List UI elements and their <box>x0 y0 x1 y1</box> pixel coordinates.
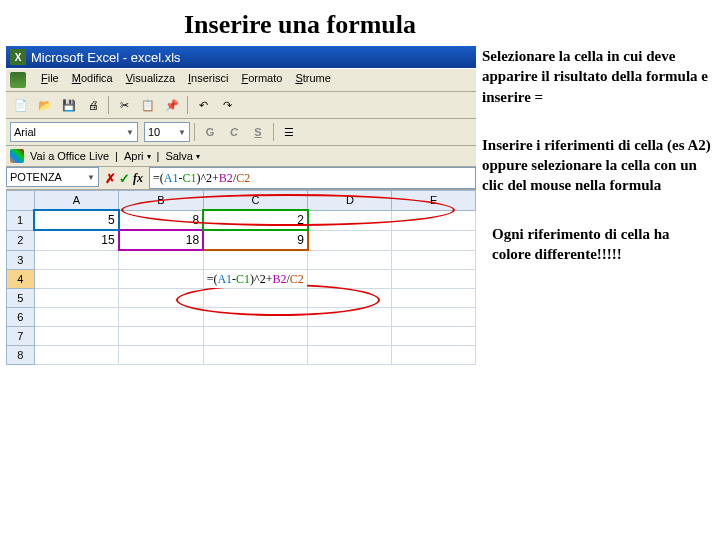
row-header[interactable]: 2 <box>7 230 35 250</box>
copy-icon[interactable]: 📋 <box>137 94 159 116</box>
menu-formato[interactable]: Formato <box>241 72 282 88</box>
cell[interactable] <box>203 327 308 346</box>
cell[interactable] <box>392 250 476 270</box>
new-icon[interactable]: 📄 <box>10 94 32 116</box>
menu-visualizza[interactable]: Visualizza <box>126 72 175 88</box>
cell[interactable] <box>34 289 118 308</box>
row-header[interactable]: 7 <box>7 327 35 346</box>
cell[interactable] <box>34 250 118 270</box>
font-name-dropdown[interactable]: Arial▼ <box>10 122 138 142</box>
cell[interactable] <box>119 308 203 327</box>
cell[interactable] <box>119 327 203 346</box>
redo-icon[interactable]: ↷ <box>216 94 238 116</box>
note-3: Ogni riferimento di cella ha colore diff… <box>482 224 712 265</box>
cell[interactable] <box>308 346 392 365</box>
cut-icon[interactable]: ✂ <box>113 94 135 116</box>
menu-file[interactable]: File <box>41 72 59 88</box>
cell-a1[interactable]: 5 <box>34 210 118 230</box>
menu-bar[interactable]: File Modifica Visualizza Inserisci Forma… <box>6 68 476 92</box>
cell[interactable] <box>392 327 476 346</box>
bold-button[interactable]: G <box>199 121 221 143</box>
menu-inserisci[interactable]: Inserisci <box>188 72 228 88</box>
menu-strumenti[interactable]: Strume <box>295 72 330 88</box>
row-header[interactable]: 6 <box>7 308 35 327</box>
window-title-text: Microsoft Excel - excel.xls <box>31 50 181 65</box>
office-live-toolbar[interactable]: Vai a Office Live | Apri ▾ | Salva ▾ <box>6 146 476 167</box>
italic-button[interactable]: C <box>223 121 245 143</box>
cell[interactable] <box>119 270 203 289</box>
office-live-icon <box>10 149 24 163</box>
enter-icon[interactable]: ✓ <box>119 171 130 186</box>
underline-button[interactable]: S <box>247 121 269 143</box>
annotation-ellipse-formula <box>121 194 455 226</box>
row-header[interactable]: 3 <box>7 250 35 270</box>
row-header[interactable]: 8 <box>7 346 35 365</box>
name-box-value: POTENZA <box>10 171 62 183</box>
cell[interactable] <box>392 346 476 365</box>
print-icon[interactable]: 🖨 <box>82 94 104 116</box>
row-header[interactable]: 5 <box>7 289 35 308</box>
cell[interactable] <box>119 346 203 365</box>
cell-c2[interactable]: 9 <box>203 230 308 250</box>
office-goto-link[interactable]: Vai a Office Live <box>30 150 109 162</box>
chevron-down-icon: ▾ <box>196 152 200 161</box>
cell[interactable] <box>392 289 476 308</box>
annotation-ellipse-cell <box>176 284 380 316</box>
formula-bar[interactable]: =(A1-C1)^2+B2/C2 <box>149 167 476 189</box>
undo-icon[interactable]: ↶ <box>192 94 214 116</box>
cell[interactable] <box>203 346 308 365</box>
cell[interactable] <box>119 250 203 270</box>
cell-c4-active[interactable]: =(A1-C1)^2+B2/C2 <box>203 270 308 289</box>
note-1: Selezionare la cella in cui deve apparir… <box>482 46 712 107</box>
save-icon[interactable]: 💾 <box>58 94 80 116</box>
formula-buttons: ✗ ✓ fx <box>99 167 149 189</box>
open-icon[interactable]: 📂 <box>34 94 56 116</box>
excel-window: X Microsoft Excel - excel.xls File Modif… <box>6 46 476 365</box>
cell[interactable] <box>392 270 476 289</box>
office-save-link[interactable]: Salva ▾ <box>165 150 200 162</box>
paste-icon[interactable]: 📌 <box>161 94 183 116</box>
name-box[interactable]: POTENZA▼ <box>6 167 99 187</box>
menu-modifica[interactable]: Modifica <box>72 72 113 88</box>
excel-icon: X <box>10 49 26 65</box>
app-icon <box>10 72 26 88</box>
slide-title: Inserire una formula <box>0 0 720 46</box>
formula-bar-row: POTENZA▼ ✗ ✓ fx =(A1-C1)^2+B2/C2 <box>6 167 476 190</box>
font-size-value: 10 <box>148 126 160 138</box>
cell-a2[interactable]: 15 <box>34 230 118 250</box>
cancel-icon[interactable]: ✗ <box>105 171 116 186</box>
chevron-down-icon: ▼ <box>126 128 134 137</box>
cell[interactable] <box>308 250 392 270</box>
cell[interactable] <box>34 346 118 365</box>
cell[interactable] <box>34 327 118 346</box>
row-header-active[interactable]: 4 <box>7 270 35 289</box>
cell[interactable] <box>392 308 476 327</box>
cell-b2[interactable]: 18 <box>119 230 203 250</box>
sidebar-notes: Selezionare la cella in cui deve apparir… <box>476 46 718 292</box>
cell[interactable] <box>203 250 308 270</box>
standard-toolbar[interactable]: 📄 📂 💾 🖨 ✂ 📋 📌 ↶ ↷ <box>6 92 476 119</box>
office-open-link[interactable]: Apri ▾ <box>124 150 151 162</box>
chevron-down-icon: ▾ <box>147 152 151 161</box>
cell[interactable] <box>392 230 476 250</box>
fx-icon[interactable]: fx <box>133 171 143 186</box>
select-all-corner[interactable] <box>7 191 35 211</box>
note-2: Inserire i riferimenti di cella (es A2) … <box>482 135 712 196</box>
chevron-down-icon: ▼ <box>87 173 95 182</box>
col-header-a[interactable]: A <box>34 191 118 211</box>
align-left-icon[interactable]: ☰ <box>278 121 300 143</box>
font-name-value: Arial <box>14 126 36 138</box>
formatting-toolbar[interactable]: Arial▼ 10▼ G C S ☰ <box>6 119 476 146</box>
row-header[interactable]: 1 <box>7 210 35 230</box>
cell[interactable] <box>34 270 118 289</box>
cell[interactable] <box>308 327 392 346</box>
window-titlebar: X Microsoft Excel - excel.xls <box>6 46 476 68</box>
chevron-down-icon: ▼ <box>178 128 186 137</box>
font-size-dropdown[interactable]: 10▼ <box>144 122 190 142</box>
cell[interactable] <box>308 230 392 250</box>
cell[interactable] <box>34 308 118 327</box>
